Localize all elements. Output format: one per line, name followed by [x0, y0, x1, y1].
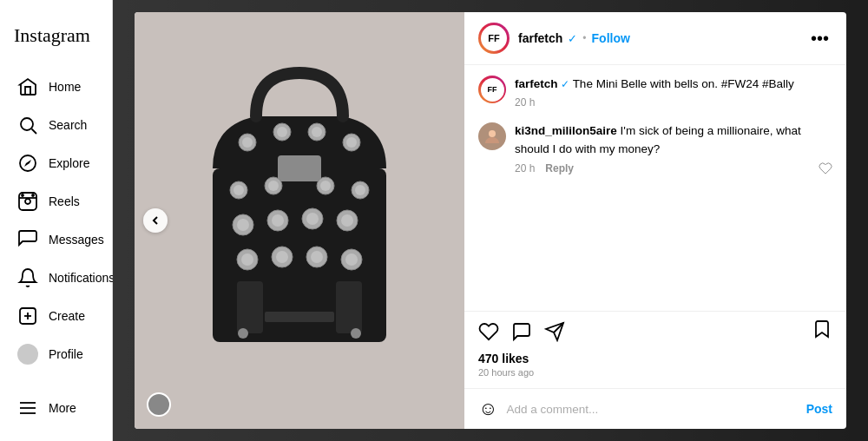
svg-point-42	[341, 214, 353, 227]
svg-point-28	[233, 185, 244, 195]
svg-rect-17	[336, 281, 362, 333]
sidebar-item-label-more: More	[49, 401, 76, 415]
bag-svg	[178, 56, 421, 385]
svg-marker-3	[24, 160, 31, 167]
post-image-panel	[135, 12, 464, 429]
sidebar-item-label-profile: Profile	[49, 347, 83, 361]
post-time-ago: 20 hours ago	[478, 367, 832, 378]
svg-point-5	[25, 199, 30, 204]
sidebar-item-label-search: Search	[49, 118, 87, 132]
sidebar-item-reels[interactable]: Reels	[3, 182, 108, 220]
comment-meta-0: 20 h Reply	[515, 161, 832, 175]
instagram-logo: Instagram	[0, 14, 112, 68]
sidebar-item-label-home: Home	[49, 80, 81, 94]
emoji-picker-button[interactable]: ☺	[478, 398, 497, 420]
comment-button[interactable]	[511, 321, 532, 342]
sidebar-item-label-create: Create	[49, 309, 85, 323]
svg-point-8	[32, 194, 34, 196]
comment-body-0: ki3nd_mililon5aire I'm sick of being a m…	[515, 122, 832, 175]
more-options-button[interactable]: •••	[807, 29, 832, 49]
main-area: FF farfetch ✓ • Follow •••	[113, 0, 868, 441]
modal-overlay[interactable]: FF farfetch ✓ • Follow •••	[113, 0, 868, 441]
post-image	[135, 12, 464, 429]
caption-content: The Mini Belle with bells on. #FW24 #Bal…	[573, 77, 794, 90]
create-icon	[17, 306, 38, 326]
svg-point-26	[346, 137, 357, 148]
caption-time: 20 h	[515, 96, 535, 109]
svg-point-36	[237, 219, 249, 231]
previous-image-button[interactable]	[143, 208, 168, 233]
caption-author-avatar: FF	[481, 78, 504, 102]
more-icon	[17, 398, 38, 418]
caption-author-avatar-ring: FF	[478, 76, 506, 103]
svg-point-20	[242, 137, 253, 148]
bookmark-button[interactable]	[812, 319, 832, 345]
notifications-icon	[17, 267, 38, 288]
follow-button[interactable]: Follow	[592, 31, 630, 45]
sidebar-item-explore[interactable]: Explore	[3, 144, 108, 182]
sidebar-item-label-messages: Messages	[49, 233, 104, 247]
svg-point-48	[311, 251, 323, 263]
like-button[interactable]	[478, 321, 499, 342]
svg-point-24	[312, 127, 322, 137]
comment-time-0: 20 h	[515, 162, 535, 174]
post-modal: FF farfetch ✓ • Follow •••	[135, 12, 846, 429]
post-header: FF farfetch ✓ • Follow •••	[464, 12, 846, 65]
action-icons-row	[478, 319, 832, 345]
sidebar-item-messages[interactable]: Messages	[3, 220, 108, 259]
comment-input[interactable]	[506, 403, 797, 416]
caption-text: farfetch ✓ The Mini Belle with bells on.…	[515, 77, 794, 90]
comment-like-icon-0[interactable]	[819, 161, 832, 175]
caption-body: farfetch ✓ The Mini Belle with bells on.…	[515, 76, 832, 109]
svg-point-32	[320, 181, 331, 191]
separator-dot: •	[582, 32, 586, 44]
sidebar-item-notifications[interactable]: Notifications	[3, 259, 108, 297]
svg-point-38	[272, 214, 284, 227]
commenter-username[interactable]: ki3nd_mililon5aire	[515, 124, 617, 137]
caption-username[interactable]: farfetch	[515, 77, 558, 90]
post-comment-button[interactable]: Post	[806, 402, 832, 416]
sidebar-item-profile[interactable]: Profile	[3, 335, 108, 373]
post-author-username[interactable]: farfetch	[518, 31, 562, 45]
heart-icon	[478, 321, 499, 342]
post-content-panel: FF farfetch ✓ • Follow •••	[464, 12, 846, 429]
commenter-avatar-img	[483, 128, 501, 145]
comment-reply-button-0[interactable]: Reply	[545, 162, 574, 174]
add-comment-area: ☺ Post	[464, 388, 846, 429]
search-icon	[17, 115, 38, 135]
messages-icon	[17, 229, 38, 250]
sidebar-item-search[interactable]: Search	[3, 106, 108, 144]
explore-icon	[17, 153, 38, 174]
svg-point-40	[306, 213, 319, 225]
sidebar-item-home[interactable]: Home	[3, 68, 108, 106]
sidebar-item-label-reels: Reels	[49, 194, 80, 208]
post-actions: 470 likes 20 hours ago	[464, 311, 846, 388]
comment-icon	[511, 321, 532, 342]
sidebar-item-create[interactable]: Create	[3, 297, 108, 335]
home-icon	[17, 76, 38, 97]
comment-item-0: ki3nd_mililon5aire I'm sick of being a m…	[478, 122, 832, 175]
svg-rect-51	[265, 312, 334, 322]
svg-point-7	[22, 194, 23, 196]
svg-point-30	[268, 181, 279, 191]
sidebar-item-label-explore: Explore	[49, 156, 89, 170]
svg-point-34	[355, 185, 365, 195]
svg-rect-18	[278, 155, 321, 181]
svg-point-53	[351, 328, 361, 339]
sidebar: Instagram Home Search Explore	[0, 0, 113, 441]
sidebar-item-more[interactable]: More	[3, 389, 108, 427]
verified-badge: ✓	[568, 32, 577, 45]
avatar-initials: FF	[488, 33, 499, 43]
sidebar-item-label-notifications: Notifications	[49, 271, 115, 285]
svg-rect-16	[237, 281, 263, 333]
profile-avatar-icon	[17, 344, 38, 365]
share-button[interactable]	[544, 321, 565, 342]
post-author-info: farfetch ✓ • Follow	[518, 31, 799, 45]
post-caption-item: FF farfetch ✓ The Mini Belle with bells …	[478, 76, 832, 109]
commenter-avatar[interactable]	[478, 122, 506, 150]
svg-point-44	[241, 253, 253, 266]
svg-point-46	[276, 251, 288, 263]
story-viewer-avatar[interactable]	[147, 392, 171, 417]
svg-point-50	[345, 253, 358, 266]
caption-avatar-initials: FF	[488, 85, 497, 94]
